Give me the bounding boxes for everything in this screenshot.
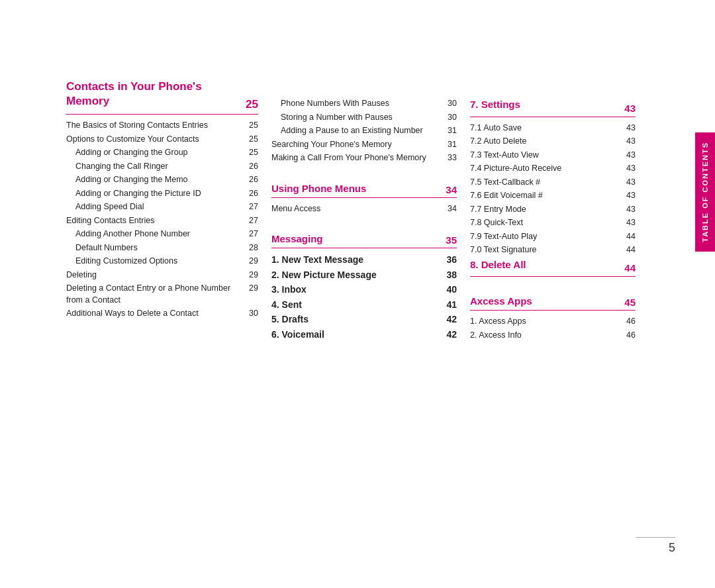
toc-page: 43 bbox=[622, 217, 636, 229]
column-2: Phone Numbers With Pauses 30 Storing a N… bbox=[271, 79, 470, 548]
section3-title: Messaging bbox=[271, 233, 323, 244]
toc-page: 30 bbox=[245, 308, 258, 320]
toc-page: 26 bbox=[245, 161, 258, 173]
toc-page: 28 bbox=[245, 242, 258, 254]
toc-label: 6. Voicemail bbox=[271, 328, 444, 342]
toc-label: Options to Customize Your Contacts bbox=[66, 134, 245, 146]
toc-label: Adding or Changing the Memo bbox=[75, 174, 245, 186]
toc-entry: 7.1 Auto Save 43 bbox=[470, 122, 636, 134]
toc-page: 46 bbox=[622, 330, 636, 342]
toc-entry: Searching Your Phone's Memory 31 bbox=[271, 139, 457, 151]
toc-label: 7.6 Edit Voicemail # bbox=[470, 190, 622, 202]
toc-label: Adding or Changing the Group bbox=[75, 147, 245, 159]
toc-page: 43 bbox=[622, 204, 636, 216]
toc-label: Adding Speed Dial bbox=[75, 201, 245, 213]
toc-label: 1. Axcess Apps bbox=[470, 316, 622, 328]
toc-page: 43 bbox=[622, 190, 636, 202]
col3-section2-header: 8. Delete All 44 bbox=[470, 258, 636, 277]
toc-page: 44 bbox=[622, 231, 636, 243]
page-container: Contacts in Your Phone's Memory 25 The B… bbox=[0, 0, 715, 588]
toc-entry: Deleting a Contact Entry or a Phone Numb… bbox=[66, 283, 258, 306]
toc-page: 27 bbox=[245, 201, 258, 213]
toc-entry: Changing the Call Ringer 26 bbox=[66, 161, 258, 173]
section2-number: 34 bbox=[446, 184, 457, 195]
sidebar-tab-label: TABLE OF CONTENTS bbox=[701, 142, 709, 242]
toc-entry: 7.3 Text-Auto View 43 bbox=[470, 150, 636, 162]
col3-section1-title: 7. Settings bbox=[470, 98, 520, 111]
toc-label: Phone Numbers With Pauses bbox=[281, 98, 444, 110]
col3-section1-number: 43 bbox=[624, 103, 636, 114]
toc-entry: Adding or Changing the Memo 26 bbox=[66, 174, 258, 186]
toc-entry: 1. New Text Message 36 bbox=[271, 254, 457, 267]
toc-page: 27 bbox=[245, 228, 258, 240]
section2-header: Using Phone Menus 34 bbox=[271, 173, 457, 198]
toc-entry: Adding Another Phone Number 27 bbox=[66, 228, 258, 240]
toc-entry: Options to Customize Your Contacts 25 bbox=[66, 134, 258, 146]
toc-entry: 7.6 Edit Voicemail # 43 bbox=[470, 190, 636, 202]
toc-label: Default Numbers bbox=[75, 242, 245, 254]
page-number: 5 bbox=[636, 541, 675, 555]
toc-entry: Making a Call From Your Phone's Memory 3… bbox=[271, 152, 457, 164]
toc-label: 5. Drafts bbox=[271, 313, 444, 326]
toc-entry: 7.5 Text-Callback # 43 bbox=[470, 177, 636, 189]
table-of-contents-tab: TABLE OF CONTENTS bbox=[695, 132, 715, 252]
section1-number: 25 bbox=[246, 98, 258, 111]
toc-page: 34 bbox=[444, 203, 457, 215]
toc-label: Deleting a Contact Entry or a Phone Numb… bbox=[66, 283, 245, 306]
toc-label: 2. Axcess Info bbox=[470, 330, 622, 342]
toc-page: 46 bbox=[622, 316, 636, 328]
toc-label: 7.0 Text Signature bbox=[470, 244, 622, 256]
toc-entry: Adding a Pause to an Existing Number 31 bbox=[271, 125, 457, 137]
column-1: Contacts in Your Phone's Memory 25 The B… bbox=[66, 79, 271, 548]
toc-entry: Menu Access 34 bbox=[271, 203, 457, 215]
toc-entry: Editing Contacts Entries 27 bbox=[66, 215, 258, 227]
toc-entry: 7.8 Quick-Text 43 bbox=[470, 217, 636, 229]
toc-page: 42 bbox=[444, 328, 457, 342]
toc-page: 29 bbox=[245, 270, 258, 281]
toc-page: 40 bbox=[444, 283, 457, 297]
toc-entry: 7.9 Text-Auto Play 44 bbox=[470, 231, 636, 243]
toc-label: 4. Sent bbox=[271, 299, 444, 312]
toc-page: 38 bbox=[444, 269, 457, 282]
toc-page: 36 bbox=[444, 254, 457, 267]
toc-label: 3. Inbox bbox=[271, 283, 444, 297]
toc-page: 27 bbox=[245, 215, 258, 227]
toc-entry: 2. New Picture Message 38 bbox=[271, 269, 457, 282]
toc-label: 7.4 Picture-Auto Receive bbox=[470, 163, 622, 175]
section1-title: Contacts in Your Phone's Memory bbox=[66, 79, 246, 109]
section1-header: Contacts in Your Phone's Memory 25 bbox=[66, 79, 258, 115]
section3-header: Messaging 35 bbox=[271, 224, 457, 248]
toc-page: 25 bbox=[245, 134, 258, 146]
toc-label: 7.8 Quick-Text bbox=[470, 217, 622, 229]
toc-page: 43 bbox=[622, 122, 636, 134]
toc-label: Changing the Call Ringer bbox=[75, 161, 245, 173]
toc-entry: Deleting 29 bbox=[66, 270, 258, 281]
toc-entry: 7.7 Entry Mode 43 bbox=[470, 204, 636, 216]
toc-entry: 7.0 Text Signature 44 bbox=[470, 244, 636, 256]
toc-entry: 1. Axcess Apps 46 bbox=[470, 316, 636, 328]
col3-section2-number: 44 bbox=[624, 262, 636, 273]
toc-label: 1. New Text Message bbox=[271, 254, 444, 267]
col3-section1-header: 7. Settings 43 bbox=[470, 98, 636, 117]
toc-label: 2. New Picture Message bbox=[271, 269, 444, 282]
page-number-area: 5 bbox=[636, 537, 675, 555]
col3-section3-number: 45 bbox=[624, 297, 636, 308]
toc-label: Deleting bbox=[66, 270, 245, 281]
toc-label: Adding a Pause to an Existing Number bbox=[281, 125, 444, 137]
toc-page: 26 bbox=[245, 174, 258, 186]
toc-page: 43 bbox=[622, 177, 636, 189]
toc-page: 29 bbox=[245, 283, 258, 295]
toc-page: 25 bbox=[245, 120, 258, 132]
toc-page: 43 bbox=[622, 136, 636, 148]
page-number-divider bbox=[636, 537, 675, 538]
toc-label: Adding or Changing the Picture ID bbox=[75, 188, 245, 200]
toc-page: 42 bbox=[444, 313, 457, 326]
toc-page: 43 bbox=[622, 163, 636, 175]
toc-entry: Storing a Number with Pauses 30 bbox=[271, 112, 457, 124]
toc-label: Storing a Number with Pauses bbox=[281, 112, 444, 124]
toc-label: Editing Contacts Entries bbox=[66, 215, 245, 227]
toc-page: 31 bbox=[444, 125, 457, 137]
toc-entry: 3. Inbox 40 bbox=[271, 283, 457, 297]
toc-label: 7.5 Text-Callback # bbox=[470, 177, 622, 189]
toc-entry: 7.4 Picture-Auto Receive 43 bbox=[470, 163, 636, 175]
